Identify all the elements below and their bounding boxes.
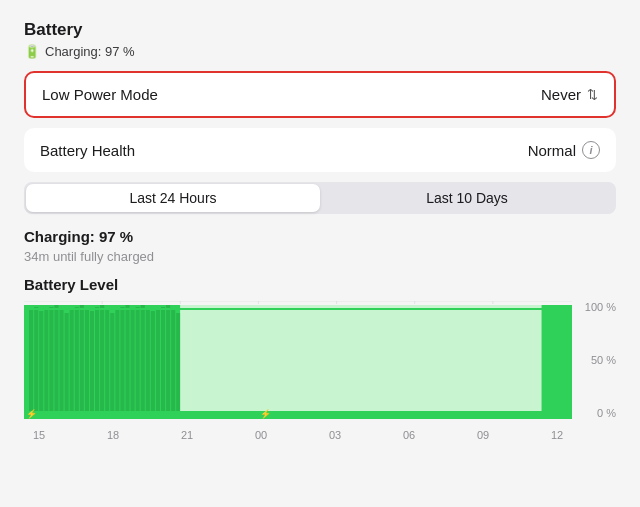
svg-rect-21 xyxy=(80,305,84,415)
svg-rect-26 xyxy=(105,309,109,415)
svg-rect-18 xyxy=(65,313,69,415)
svg-rect-39 xyxy=(171,309,175,415)
chart-svg xyxy=(24,301,572,419)
charging-info-section: Charging: 97 % xyxy=(24,228,616,245)
x-label-03: 03 xyxy=(320,429,350,441)
y-label-0: 0 % xyxy=(572,407,616,419)
battery-level-chart: 100 % 50 % 0 % 15 18 21 00 03 06 09 12 ⚡… xyxy=(24,301,616,441)
info-icon[interactable]: i xyxy=(582,141,600,159)
low-power-mode-row: Low Power Mode Never ⇅ xyxy=(42,86,598,103)
y-label-50: 50 % xyxy=(572,354,616,366)
low-power-mode-label: Low Power Mode xyxy=(42,86,158,103)
low-power-mode-value: Never xyxy=(541,86,581,103)
low-power-mode-card: Low Power Mode Never ⇅ xyxy=(24,71,616,118)
svg-rect-29 xyxy=(120,307,124,415)
svg-rect-41 xyxy=(180,305,572,419)
svg-rect-42 xyxy=(542,305,572,419)
charging-status-label: Charging: 97 % xyxy=(45,44,135,59)
charging-pct-label: Charging: 97 % xyxy=(24,228,616,245)
svg-rect-31 xyxy=(131,309,135,415)
battery-health-value-group: Normal i xyxy=(528,141,600,159)
svg-rect-32 xyxy=(136,307,140,415)
svg-rect-19 xyxy=(70,309,74,415)
battery-level-title: Battery Level xyxy=(24,276,616,293)
svg-rect-16 xyxy=(54,305,58,415)
svg-rect-27 xyxy=(110,313,114,415)
svg-rect-37 xyxy=(161,307,165,415)
svg-rect-20 xyxy=(75,307,79,415)
charging-status-row: 🔋 Charging: 97 % xyxy=(24,44,616,59)
svg-rect-15 xyxy=(49,307,53,415)
svg-rect-23 xyxy=(90,311,94,415)
battery-health-label: Battery Health xyxy=(40,142,135,159)
stepper-icon[interactable]: ⇅ xyxy=(587,87,598,102)
tab-last-10-days[interactable]: Last 10 Days xyxy=(320,184,614,212)
low-power-mode-value-group[interactable]: Never ⇅ xyxy=(541,86,598,103)
battery-health-card: Battery Health Normal i xyxy=(24,128,616,172)
page-title: Battery xyxy=(24,20,616,40)
svg-rect-43 xyxy=(24,411,572,419)
chart-x-axis: 15 18 21 00 03 06 09 12 xyxy=(24,419,572,441)
x-label-12: 12 xyxy=(542,429,572,441)
x-label-09: 09 xyxy=(468,429,498,441)
x-label-15: 15 xyxy=(24,429,54,441)
svg-rect-38 xyxy=(166,305,170,415)
svg-rect-22 xyxy=(85,309,89,415)
svg-rect-36 xyxy=(156,309,160,415)
svg-rect-11 xyxy=(29,309,33,415)
svg-rect-34 xyxy=(146,309,150,415)
x-label-00: 00 xyxy=(246,429,276,441)
svg-rect-30 xyxy=(125,305,129,415)
x-label-06: 06 xyxy=(394,429,424,441)
tab-last-24-hours[interactable]: Last 24 Hours xyxy=(26,184,320,212)
svg-rect-33 xyxy=(141,305,145,415)
svg-rect-28 xyxy=(115,309,119,415)
battery-health-value: Normal xyxy=(528,142,576,159)
battery-health-row: Battery Health Normal i xyxy=(40,141,600,159)
svg-rect-35 xyxy=(151,311,155,415)
svg-rect-25 xyxy=(100,305,104,415)
svg-rect-12 xyxy=(34,307,38,415)
time-range-segment[interactable]: Last 24 Hours Last 10 Days xyxy=(24,182,616,214)
svg-rect-13 xyxy=(39,311,43,415)
y-label-100: 100 % xyxy=(572,301,616,313)
svg-rect-17 xyxy=(60,309,64,415)
svg-rect-40 xyxy=(176,313,180,415)
x-label-18: 18 xyxy=(98,429,128,441)
battery-section-header: Battery 🔋 Charging: 97 % xyxy=(24,20,616,59)
svg-rect-14 xyxy=(44,309,48,415)
charging-time-label: 34m until fully charged xyxy=(24,249,616,264)
chart-area xyxy=(24,301,572,419)
svg-rect-24 xyxy=(95,307,99,415)
battery-charging-icon: 🔋 xyxy=(24,44,40,59)
x-label-21: 21 xyxy=(172,429,202,441)
chart-y-axis: 100 % 50 % 0 % xyxy=(572,301,616,419)
